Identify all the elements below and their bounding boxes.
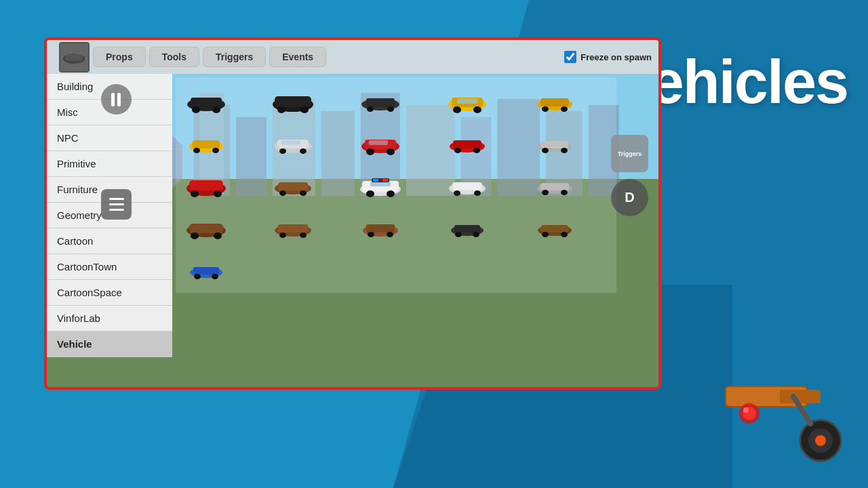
svg-point-42 xyxy=(542,106,549,112)
svg-rect-111 xyxy=(193,267,219,274)
svg-point-84 xyxy=(454,190,460,196)
pause-icon xyxy=(111,93,122,106)
category-vinforlab[interactable]: VinforLab xyxy=(47,306,172,331)
vehicle-item[interactable] xyxy=(182,168,230,202)
tab-props[interactable]: Props xyxy=(93,47,146,67)
svg-point-97 xyxy=(300,232,307,238)
pause-button[interactable] xyxy=(101,84,132,115)
category-cartoontown[interactable]: CartoonTown xyxy=(47,254,172,280)
svg-point-104 xyxy=(455,232,462,237)
svg-point-43 xyxy=(561,106,568,112)
selected-thumbnail[interactable] xyxy=(59,42,90,73)
vehicle-item[interactable] xyxy=(269,84,317,118)
vehicle-item[interactable] xyxy=(269,168,317,202)
category-vehicle[interactable]: Vehicle xyxy=(47,331,172,357)
vehicle-item[interactable] xyxy=(357,210,404,244)
svg-point-73 xyxy=(300,190,307,196)
svg-point-33 xyxy=(367,106,374,112)
svg-point-55 xyxy=(366,148,374,155)
svg-point-38 xyxy=(473,106,481,113)
vehicle-item[interactable] xyxy=(182,210,230,244)
svg-point-89 xyxy=(561,190,568,195)
svg-point-81 xyxy=(387,190,395,197)
svg-rect-78 xyxy=(373,179,378,182)
svg-rect-63 xyxy=(541,141,568,148)
vehicle-item[interactable] xyxy=(443,126,491,160)
tab-events[interactable]: Events xyxy=(269,47,326,67)
svg-point-64 xyxy=(542,148,549,153)
svg-point-113 xyxy=(212,274,218,279)
menu-icon-line xyxy=(109,198,124,200)
svg-rect-103 xyxy=(454,225,480,232)
svg-point-60 xyxy=(454,148,461,153)
vehicle-item[interactable] xyxy=(182,126,230,160)
freeze-checkbox[interactable] xyxy=(564,51,576,63)
vehicle-item[interactable] xyxy=(269,126,317,160)
vehicle-item[interactable] xyxy=(531,84,578,118)
vehicle-item[interactable] xyxy=(357,84,404,118)
svg-rect-76 xyxy=(370,182,391,186)
svg-rect-87 xyxy=(540,183,569,190)
svg-point-46 xyxy=(193,148,200,153)
svg-rect-57 xyxy=(369,140,388,145)
svg-point-88 xyxy=(542,190,549,195)
svg-rect-45 xyxy=(193,140,220,148)
svg-point-50 xyxy=(279,148,286,154)
svg-rect-95 xyxy=(278,224,308,232)
vehicle-item[interactable] xyxy=(182,252,230,286)
svg-point-25 xyxy=(192,106,200,113)
menu-icon-line xyxy=(109,209,124,211)
svg-rect-79 xyxy=(382,179,388,182)
svg-point-92 xyxy=(191,232,199,239)
svg-rect-22 xyxy=(65,54,83,60)
svg-point-112 xyxy=(194,274,201,279)
tab-tools[interactable]: Tools xyxy=(149,47,199,67)
vehicle-item[interactable] xyxy=(531,126,578,160)
right-controls: Triggers D xyxy=(611,135,648,216)
svg-point-105 xyxy=(473,232,479,237)
svg-point-61 xyxy=(473,148,480,153)
svg-point-96 xyxy=(279,232,286,238)
vehicle-item[interactable] xyxy=(269,210,317,244)
category-cartoonspace[interactable]: CartoonSpace xyxy=(47,280,172,306)
svg-point-93 xyxy=(214,232,222,239)
svg-point-4 xyxy=(815,435,826,446)
triggers-button[interactable]: Triggers xyxy=(611,135,648,172)
svg-point-80 xyxy=(366,190,374,197)
svg-rect-41 xyxy=(540,98,569,106)
svg-point-8 xyxy=(743,407,749,413)
vehicle-item[interactable] xyxy=(182,84,230,118)
svg-rect-67 xyxy=(189,180,223,190)
player-button[interactable]: D xyxy=(611,179,648,216)
menu-icon-line xyxy=(109,203,124,205)
vehicle-item[interactable] xyxy=(443,210,491,244)
svg-rect-99 xyxy=(366,224,395,232)
category-cartoon[interactable]: Cartoon xyxy=(47,228,172,254)
svg-rect-28 xyxy=(275,96,311,107)
svg-rect-39 xyxy=(457,98,477,104)
freeze-on-spawn-area: Freeze on spawn xyxy=(564,51,652,63)
vehicle-item[interactable] xyxy=(357,126,404,160)
vehicle-item[interactable] xyxy=(357,168,404,202)
vehicle-item[interactable] xyxy=(443,84,491,118)
category-npc[interactable]: NPC xyxy=(47,125,172,151)
nav-bar: Props Tools Triggers Events Freeze on sp… xyxy=(47,40,658,74)
category-primitive[interactable]: Primitive xyxy=(47,151,172,177)
svg-rect-83 xyxy=(452,182,482,190)
svg-point-56 xyxy=(387,148,395,155)
menu-button[interactable] xyxy=(101,189,132,220)
svg-rect-1 xyxy=(780,390,821,403)
svg-point-47 xyxy=(212,148,219,153)
svg-rect-24 xyxy=(191,98,222,107)
vehicle-item[interactable] xyxy=(531,210,578,244)
svg-point-51 xyxy=(300,148,307,154)
svg-point-101 xyxy=(387,232,393,237)
svg-point-109 xyxy=(561,232,568,237)
vehicle-item[interactable] xyxy=(443,168,491,202)
tab-triggers[interactable]: Triggers xyxy=(203,47,266,67)
vehicle-item[interactable] xyxy=(531,168,578,202)
svg-point-30 xyxy=(300,106,309,113)
svg-point-37 xyxy=(453,106,461,113)
svg-point-26 xyxy=(212,106,220,113)
svg-point-85 xyxy=(474,190,481,196)
